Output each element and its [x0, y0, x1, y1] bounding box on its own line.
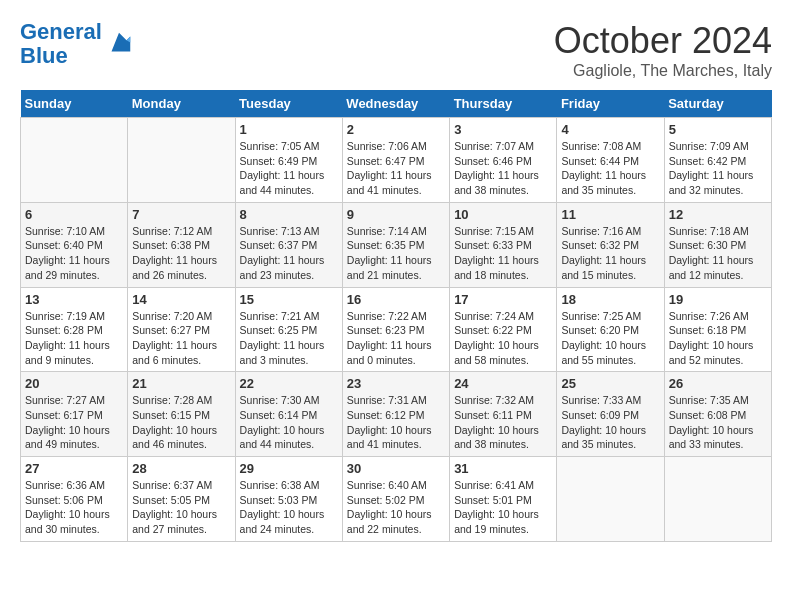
day-number: 4 [561, 122, 659, 137]
day-number: 15 [240, 292, 338, 307]
day-number: 12 [669, 207, 767, 222]
calendar-cell: 23Sunrise: 7:31 AM Sunset: 6:12 PM Dayli… [342, 372, 449, 457]
calendar-cell: 8Sunrise: 7:13 AM Sunset: 6:37 PM Daylig… [235, 202, 342, 287]
title-block: October 2024 Gagliole, The Marches, Ital… [554, 20, 772, 80]
page-header: General Blue October 2024 Gagliole, The … [20, 20, 772, 80]
calendar-cell: 25Sunrise: 7:33 AM Sunset: 6:09 PM Dayli… [557, 372, 664, 457]
day-info: Sunrise: 6:36 AM Sunset: 5:06 PM Dayligh… [25, 478, 123, 537]
calendar-cell: 15Sunrise: 7:21 AM Sunset: 6:25 PM Dayli… [235, 287, 342, 372]
calendar-week-row: 6Sunrise: 7:10 AM Sunset: 6:40 PM Daylig… [21, 202, 772, 287]
calendar-cell: 9Sunrise: 7:14 AM Sunset: 6:35 PM Daylig… [342, 202, 449, 287]
calendar-table: SundayMondayTuesdayWednesdayThursdayFrid… [20, 90, 772, 542]
calendar-cell: 19Sunrise: 7:26 AM Sunset: 6:18 PM Dayli… [664, 287, 771, 372]
day-number: 19 [669, 292, 767, 307]
calendar-cell: 5Sunrise: 7:09 AM Sunset: 6:42 PM Daylig… [664, 118, 771, 203]
day-info: Sunrise: 7:22 AM Sunset: 6:23 PM Dayligh… [347, 309, 445, 368]
day-info: Sunrise: 7:25 AM Sunset: 6:20 PM Dayligh… [561, 309, 659, 368]
calendar-cell: 29Sunrise: 6:38 AM Sunset: 5:03 PM Dayli… [235, 457, 342, 542]
day-header-thursday: Thursday [450, 90, 557, 118]
calendar-cell: 4Sunrise: 7:08 AM Sunset: 6:44 PM Daylig… [557, 118, 664, 203]
calendar-cell: 20Sunrise: 7:27 AM Sunset: 6:17 PM Dayli… [21, 372, 128, 457]
logo-icon [104, 29, 134, 59]
day-info: Sunrise: 6:37 AM Sunset: 5:05 PM Dayligh… [132, 478, 230, 537]
day-header-friday: Friday [557, 90, 664, 118]
day-number: 8 [240, 207, 338, 222]
day-number: 23 [347, 376, 445, 391]
day-number: 22 [240, 376, 338, 391]
calendar-cell: 2Sunrise: 7:06 AM Sunset: 6:47 PM Daylig… [342, 118, 449, 203]
day-info: Sunrise: 7:18 AM Sunset: 6:30 PM Dayligh… [669, 224, 767, 283]
calendar-cell: 17Sunrise: 7:24 AM Sunset: 6:22 PM Dayli… [450, 287, 557, 372]
calendar-cell: 3Sunrise: 7:07 AM Sunset: 6:46 PM Daylig… [450, 118, 557, 203]
calendar-cell: 30Sunrise: 6:40 AM Sunset: 5:02 PM Dayli… [342, 457, 449, 542]
day-number: 5 [669, 122, 767, 137]
calendar-cell: 27Sunrise: 6:36 AM Sunset: 5:06 PM Dayli… [21, 457, 128, 542]
calendar-cell: 1Sunrise: 7:05 AM Sunset: 6:49 PM Daylig… [235, 118, 342, 203]
calendar-cell: 21Sunrise: 7:28 AM Sunset: 6:15 PM Dayli… [128, 372, 235, 457]
day-number: 17 [454, 292, 552, 307]
location-title: Gagliole, The Marches, Italy [554, 62, 772, 80]
day-info: Sunrise: 7:21 AM Sunset: 6:25 PM Dayligh… [240, 309, 338, 368]
day-info: Sunrise: 7:05 AM Sunset: 6:49 PM Dayligh… [240, 139, 338, 198]
logo: General Blue [20, 20, 134, 68]
day-info: Sunrise: 7:26 AM Sunset: 6:18 PM Dayligh… [669, 309, 767, 368]
calendar-header-row: SundayMondayTuesdayWednesdayThursdayFrid… [21, 90, 772, 118]
day-info: Sunrise: 7:19 AM Sunset: 6:28 PM Dayligh… [25, 309, 123, 368]
calendar-cell: 10Sunrise: 7:15 AM Sunset: 6:33 PM Dayli… [450, 202, 557, 287]
calendar-cell: 11Sunrise: 7:16 AM Sunset: 6:32 PM Dayli… [557, 202, 664, 287]
calendar-week-row: 13Sunrise: 7:19 AM Sunset: 6:28 PM Dayli… [21, 287, 772, 372]
day-info: Sunrise: 7:06 AM Sunset: 6:47 PM Dayligh… [347, 139, 445, 198]
day-number: 28 [132, 461, 230, 476]
day-header-saturday: Saturday [664, 90, 771, 118]
svg-marker-0 [111, 33, 130, 52]
day-number: 24 [454, 376, 552, 391]
day-number: 29 [240, 461, 338, 476]
day-info: Sunrise: 7:15 AM Sunset: 6:33 PM Dayligh… [454, 224, 552, 283]
day-header-wednesday: Wednesday [342, 90, 449, 118]
day-number: 21 [132, 376, 230, 391]
day-info: Sunrise: 7:13 AM Sunset: 6:37 PM Dayligh… [240, 224, 338, 283]
day-number: 30 [347, 461, 445, 476]
day-info: Sunrise: 7:28 AM Sunset: 6:15 PM Dayligh… [132, 393, 230, 452]
day-number: 7 [132, 207, 230, 222]
day-info: Sunrise: 7:31 AM Sunset: 6:12 PM Dayligh… [347, 393, 445, 452]
day-info: Sunrise: 6:41 AM Sunset: 5:01 PM Dayligh… [454, 478, 552, 537]
day-info: Sunrise: 7:30 AM Sunset: 6:14 PM Dayligh… [240, 393, 338, 452]
day-info: Sunrise: 7:27 AM Sunset: 6:17 PM Dayligh… [25, 393, 123, 452]
calendar-cell [664, 457, 771, 542]
day-header-tuesday: Tuesday [235, 90, 342, 118]
calendar-cell: 22Sunrise: 7:30 AM Sunset: 6:14 PM Dayli… [235, 372, 342, 457]
month-title: October 2024 [554, 20, 772, 62]
calendar-cell: 12Sunrise: 7:18 AM Sunset: 6:30 PM Dayli… [664, 202, 771, 287]
day-info: Sunrise: 6:38 AM Sunset: 5:03 PM Dayligh… [240, 478, 338, 537]
calendar-cell: 13Sunrise: 7:19 AM Sunset: 6:28 PM Dayli… [21, 287, 128, 372]
day-info: Sunrise: 7:09 AM Sunset: 6:42 PM Dayligh… [669, 139, 767, 198]
day-info: Sunrise: 7:32 AM Sunset: 6:11 PM Dayligh… [454, 393, 552, 452]
day-number: 26 [669, 376, 767, 391]
day-number: 18 [561, 292, 659, 307]
day-header-monday: Monday [128, 90, 235, 118]
day-number: 27 [25, 461, 123, 476]
day-info: Sunrise: 7:20 AM Sunset: 6:27 PM Dayligh… [132, 309, 230, 368]
calendar-cell: 18Sunrise: 7:25 AM Sunset: 6:20 PM Dayli… [557, 287, 664, 372]
day-number: 31 [454, 461, 552, 476]
calendar-cell: 16Sunrise: 7:22 AM Sunset: 6:23 PM Dayli… [342, 287, 449, 372]
day-info: Sunrise: 7:08 AM Sunset: 6:44 PM Dayligh… [561, 139, 659, 198]
calendar-cell: 31Sunrise: 6:41 AM Sunset: 5:01 PM Dayli… [450, 457, 557, 542]
day-number: 10 [454, 207, 552, 222]
day-number: 13 [25, 292, 123, 307]
day-info: Sunrise: 7:35 AM Sunset: 6:08 PM Dayligh… [669, 393, 767, 452]
calendar-cell: 24Sunrise: 7:32 AM Sunset: 6:11 PM Dayli… [450, 372, 557, 457]
calendar-week-row: 1Sunrise: 7:05 AM Sunset: 6:49 PM Daylig… [21, 118, 772, 203]
calendar-week-row: 27Sunrise: 6:36 AM Sunset: 5:06 PM Dayli… [21, 457, 772, 542]
day-number: 2 [347, 122, 445, 137]
calendar-cell: 14Sunrise: 7:20 AM Sunset: 6:27 PM Dayli… [128, 287, 235, 372]
day-info: Sunrise: 7:07 AM Sunset: 6:46 PM Dayligh… [454, 139, 552, 198]
day-number: 6 [25, 207, 123, 222]
logo-text: General Blue [20, 20, 102, 68]
calendar-cell [128, 118, 235, 203]
day-number: 14 [132, 292, 230, 307]
day-info: Sunrise: 7:33 AM Sunset: 6:09 PM Dayligh… [561, 393, 659, 452]
day-number: 11 [561, 207, 659, 222]
calendar-cell: 6Sunrise: 7:10 AM Sunset: 6:40 PM Daylig… [21, 202, 128, 287]
